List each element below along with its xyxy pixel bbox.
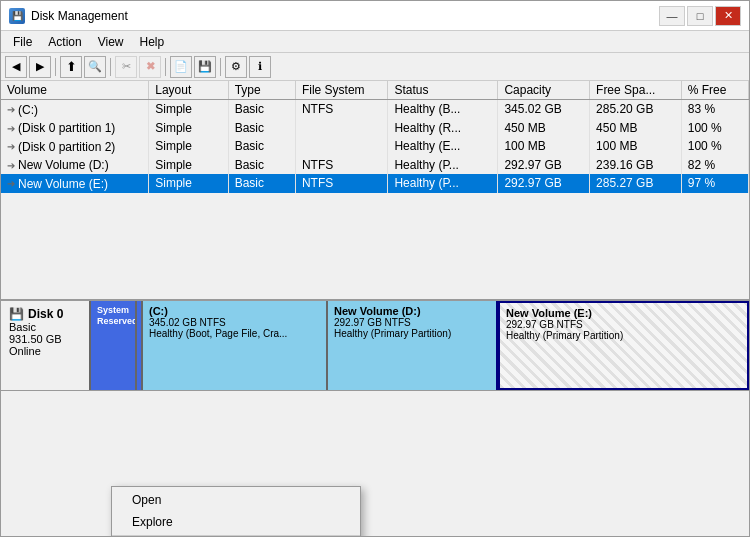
disk-panel: 💾Disk 0 Basic 931.50 GB Online SystemRes… bbox=[1, 301, 749, 536]
col-layout[interactable]: Layout bbox=[149, 81, 228, 100]
title-controls: — □ ✕ bbox=[659, 6, 741, 26]
disk-name: 💾Disk 0 bbox=[9, 307, 81, 321]
menu-file[interactable]: File bbox=[5, 31, 40, 52]
cell-percent: 97 % bbox=[681, 174, 748, 193]
cell-volume: ➔ New Volume (D:) bbox=[1, 156, 149, 175]
toolbar-btn-3[interactable]: ⬆ bbox=[60, 56, 82, 78]
partition-c-name: (C:) bbox=[149, 305, 320, 317]
row-arrow-icon: ➔ bbox=[7, 104, 15, 115]
main-content: Volume Layout Type File System Status Ca… bbox=[1, 81, 749, 536]
cell-free: 100 MB bbox=[590, 137, 682, 156]
menu-view[interactable]: View bbox=[90, 31, 132, 52]
partition-c[interactable]: (C:) 345.02 GB NTFS Healthy (Boot, Page … bbox=[143, 301, 328, 390]
row-arrow-icon: ➔ bbox=[7, 178, 15, 189]
disk-management-window: 💾 Disk Management — □ ✕ File Action View… bbox=[0, 0, 750, 537]
row-arrow-icon: ➔ bbox=[7, 160, 15, 171]
toolbar-btn-6[interactable]: ✖ bbox=[139, 56, 161, 78]
cell-free: 450 MB bbox=[590, 119, 682, 138]
cell-volume: ➔ (Disk 0 partition 1) bbox=[1, 119, 149, 138]
cell-capacity: 450 MB bbox=[498, 119, 590, 138]
col-capacity[interactable]: Capacity bbox=[498, 81, 590, 100]
cell-percent: 82 % bbox=[681, 156, 748, 175]
col-type[interactable]: Type bbox=[228, 81, 295, 100]
cell-type: Basic bbox=[228, 137, 295, 156]
toolbar-btn-4[interactable]: 🔍 bbox=[84, 56, 106, 78]
toolbar-btn-7[interactable]: 📄 bbox=[170, 56, 192, 78]
partition-d-status: Healthy (Primary Partition) bbox=[334, 328, 490, 339]
cell-filesystem bbox=[295, 137, 388, 156]
partition-system-label: SystemReserved bbox=[97, 305, 129, 327]
cell-layout: Simple bbox=[149, 119, 228, 138]
cell-filesystem: NTFS bbox=[295, 174, 388, 193]
cell-percent: 100 % bbox=[681, 119, 748, 138]
cell-free: 239.16 GB bbox=[590, 156, 682, 175]
cell-status: Healthy (P... bbox=[388, 174, 498, 193]
cell-status: Healthy (R... bbox=[388, 119, 498, 138]
minimize-button[interactable]: — bbox=[659, 6, 685, 26]
cell-capacity: 292.97 GB bbox=[498, 174, 590, 193]
partition-e-status: Healthy (Primary Partition) bbox=[506, 330, 741, 341]
cell-capacity: 100 MB bbox=[498, 137, 590, 156]
cell-percent: 83 % bbox=[681, 100, 748, 119]
partition-e[interactable]: New Volume (E:) 292.97 GB NTFS Healthy (… bbox=[498, 301, 749, 390]
title-bar-left: 💾 Disk Management bbox=[9, 8, 128, 24]
toolbar-btn-9[interactable]: ⚙ bbox=[225, 56, 247, 78]
cell-layout: Simple bbox=[149, 137, 228, 156]
context-menu: OpenExploreMark Partition as ActiveChang… bbox=[111, 486, 361, 536]
cell-percent: 100 % bbox=[681, 137, 748, 156]
row-arrow-icon: ➔ bbox=[7, 141, 15, 152]
cell-filesystem bbox=[295, 119, 388, 138]
context-menu-separator bbox=[112, 535, 360, 536]
toolbar-btn-5[interactable]: ✂ bbox=[115, 56, 137, 78]
partition-system[interactable]: SystemReserved bbox=[91, 301, 137, 390]
partition-e-size: 292.97 GB NTFS bbox=[506, 319, 741, 330]
disk-0-label: 💾Disk 0 Basic 931.50 GB Online bbox=[1, 301, 91, 390]
cell-capacity: 292.97 GB bbox=[498, 156, 590, 175]
cell-filesystem: NTFS bbox=[295, 156, 388, 175]
cell-capacity: 345.02 GB bbox=[498, 100, 590, 119]
table-row[interactable]: ➔ (Disk 0 partition 1) Simple Basic Heal… bbox=[1, 119, 749, 138]
app-icon: 💾 bbox=[9, 8, 25, 24]
partition-d[interactable]: New Volume (D:) 292.97 GB NTFS Healthy (… bbox=[328, 301, 498, 390]
toolbar-forward[interactable]: ▶ bbox=[29, 56, 51, 78]
table-row[interactable]: ➔ New Volume (E:) Simple Basic NTFS Heal… bbox=[1, 174, 749, 193]
col-volume[interactable]: Volume bbox=[1, 81, 149, 100]
cell-layout: Simple bbox=[149, 174, 228, 193]
cell-free: 285.20 GB bbox=[590, 100, 682, 119]
table-row[interactable]: ➔ New Volume (D:) Simple Basic NTFS Heal… bbox=[1, 156, 749, 175]
disk-0-row: 💾Disk 0 Basic 931.50 GB Online SystemRes… bbox=[1, 301, 749, 391]
menu-action[interactable]: Action bbox=[40, 31, 89, 52]
ctx-item-explore[interactable]: Explore bbox=[112, 511, 360, 533]
cell-free: 285.27 GB bbox=[590, 174, 682, 193]
ctx-item-open[interactable]: Open bbox=[112, 489, 360, 511]
disk-type: Basic bbox=[9, 321, 81, 333]
col-percent[interactable]: % Free bbox=[681, 81, 748, 100]
title-bar: 💾 Disk Management — □ ✕ bbox=[1, 1, 749, 31]
col-filesystem[interactable]: File System bbox=[295, 81, 388, 100]
disk-status: Online bbox=[9, 345, 81, 357]
cell-type: Basic bbox=[228, 100, 295, 119]
table-row[interactable]: ➔ (Disk 0 partition 2) Simple Basic Heal… bbox=[1, 137, 749, 156]
cell-type: Basic bbox=[228, 156, 295, 175]
volume-table-panel: Volume Layout Type File System Status Ca… bbox=[1, 81, 749, 301]
partition-d-size: 292.97 GB NTFS bbox=[334, 317, 490, 328]
disk-partitions: SystemReserved (C:) 345.02 GB NTFS Healt… bbox=[91, 301, 749, 390]
cell-layout: Simple bbox=[149, 100, 228, 119]
window-title: Disk Management bbox=[31, 9, 128, 23]
toolbar-back[interactable]: ◀ bbox=[5, 56, 27, 78]
cell-volume: ➔ (Disk 0 partition 2) bbox=[1, 137, 149, 156]
volume-table: Volume Layout Type File System Status Ca… bbox=[1, 81, 749, 193]
table-row[interactable]: ➔ (C:) Simple Basic NTFS Healthy (B... 3… bbox=[1, 100, 749, 119]
partition-d-name: New Volume (D:) bbox=[334, 305, 490, 317]
close-button[interactable]: ✕ bbox=[715, 6, 741, 26]
cell-filesystem: NTFS bbox=[295, 100, 388, 119]
maximize-button[interactable]: □ bbox=[687, 6, 713, 26]
cell-status: Healthy (E... bbox=[388, 137, 498, 156]
toolbar-btn-8[interactable]: 💾 bbox=[194, 56, 216, 78]
menu-help[interactable]: Help bbox=[132, 31, 173, 52]
toolbar-btn-10[interactable]: ℹ bbox=[249, 56, 271, 78]
col-free[interactable]: Free Spa... bbox=[590, 81, 682, 100]
cell-status: Healthy (B... bbox=[388, 100, 498, 119]
partition-e-name: New Volume (E:) bbox=[506, 307, 741, 319]
col-status[interactable]: Status bbox=[388, 81, 498, 100]
